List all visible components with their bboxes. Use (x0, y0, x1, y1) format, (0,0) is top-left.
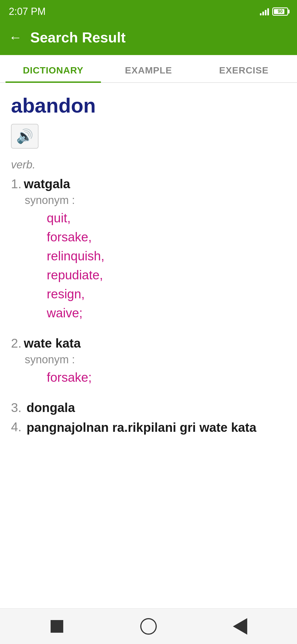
nav-recents-button[interactable] (46, 617, 68, 636)
nav-home-button[interactable] (138, 617, 160, 636)
signal-icon (260, 8, 269, 15)
triangle-icon (233, 618, 247, 635)
definition-1: 1. watgala synonym : quit,forsake,relinq… (11, 176, 286, 323)
bottom-nav (0, 608, 297, 644)
definition-2: 2. wate kata synonym : forsake; (11, 336, 286, 387)
content-area: abandon 🔊 verb. 1. watgala synonym : qui… (0, 83, 297, 608)
circle-icon (140, 618, 157, 635)
audio-button[interactable]: 🔊 (11, 124, 38, 149)
synonym-list-2: forsake; (47, 368, 286, 387)
status-bar: 2:07 PM 90 (0, 0, 297, 22)
tabs-container: DICTIONARY EXAMPLE EXERCISE (0, 55, 297, 83)
tab-exercise[interactable]: EXERCISE (196, 55, 292, 82)
tab-example[interactable]: EXAMPLE (101, 55, 196, 82)
synonym-words-2: forsake; (47, 368, 286, 387)
nav-back-button[interactable] (229, 617, 251, 636)
def-text-2: wate kata (24, 336, 81, 351)
def-number-3: 3. (11, 400, 21, 415)
app-bar: ← Search Result (0, 22, 297, 55)
speaker-icon: 🔊 (16, 128, 33, 144)
square-icon (51, 620, 63, 633)
def-number-4: 4. (11, 419, 21, 434)
status-icons: 90 (260, 7, 288, 16)
synonym-label-1: synonym : (25, 194, 286, 206)
word-title: abandon (11, 94, 286, 117)
definition-4: 4. pangnajolnan ra.rikpilani gri wate ka… (11, 419, 286, 436)
def-text-3: dongala (26, 400, 75, 415)
back-button[interactable]: ← (9, 31, 22, 44)
def-number-1: 1. (11, 176, 21, 191)
battery-icon: 90 (272, 7, 288, 16)
tab-dictionary[interactable]: DICTIONARY (6, 55, 101, 82)
status-time: 2:07 PM (9, 6, 46, 17)
def-text-4: pangnajolnan ra.rikpilani gri wate kata (26, 419, 256, 436)
app-bar-title: Search Result (30, 29, 126, 46)
def-text-1: watgala (24, 176, 70, 191)
synonym-label-2: synonym : (25, 353, 286, 366)
synonym-words-1: quit,forsake,relinquish,repudiate,resign… (47, 209, 286, 323)
def-number-2: 2. (11, 336, 21, 351)
synonym-list-1: quit,forsake,relinquish,repudiate,resign… (47, 209, 286, 323)
definition-3: 3. dongala (11, 400, 286, 415)
part-of-speech: verb. (11, 159, 286, 171)
